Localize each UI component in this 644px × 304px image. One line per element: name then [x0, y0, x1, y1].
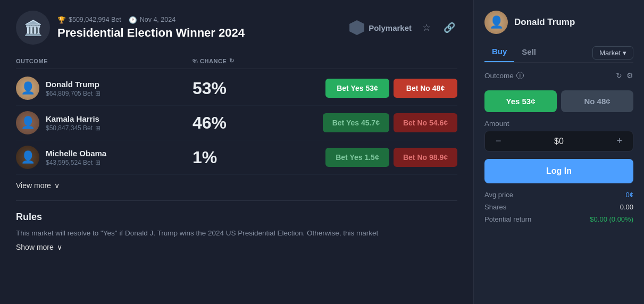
rules-title: Rules [16, 212, 457, 223]
rules-section: Rules This market will resolve to "Yes" … [16, 200, 457, 251]
market-title: Presidential Election Winner 2024 [57, 26, 245, 40]
obama-chance: 1% [193, 148, 281, 167]
amount-decrease-button[interactable]: − [491, 134, 506, 148]
trump-avatar: 👤 [16, 77, 39, 100]
no-choice-button[interactable]: No 48¢ [561, 90, 633, 112]
right-panel: 👤 Donald Trump Buy Sell Market ▾ Outcome… [474, 0, 644, 304]
harris-bet: $50,847,345 Bet ⊞ [46, 124, 101, 132]
trump-details: Donald Trump $64,809,705 Bet ⊞ [46, 80, 101, 97]
amount-label: Amount [484, 120, 633, 128]
harris-share-icon: ⊞ [95, 124, 101, 132]
trump-info: 👤 Donald Trump $64,809,705 Bet ⊞ [16, 77, 193, 100]
avg-price-row: Avg price 0¢ [484, 191, 633, 199]
tab-buy[interactable]: Buy [484, 44, 514, 62]
outcome-row-harris: 👤 Kamala Harris $50,847,345 Bet ⊞ 46% Be… [16, 106, 457, 140]
bookmark-button[interactable]: ☆ [420, 20, 433, 36]
header-right: Polymarket ☆ 🔗 [349, 20, 457, 36]
refresh-icon[interactable]: ↻ [229, 57, 235, 64]
buy-sell-tabs: Buy Sell Market ▾ [484, 44, 633, 63]
obama-info: 👤 Michelle Obama $43,595,524 Bet ⊞ [16, 146, 193, 169]
outcome-label-row: Outcome i ↻ ⚙ [484, 71, 633, 80]
trophy-meta: 🏆 $509,042,994 Bet [57, 16, 121, 24]
candidate-header: 👤 Donald Trump [484, 11, 633, 34]
candidate-name: Donald Trump [514, 17, 575, 28]
obama-avatar: 👤 [16, 146, 39, 169]
amount-input-row: − $0 + [484, 131, 633, 151]
chevron-down-market: ▾ [623, 49, 626, 57]
show-more-label: Show more [16, 243, 54, 251]
potential-return-row: Potential return $0.00 (0.00%) [484, 215, 633, 223]
obama-share-icon: ⊞ [95, 159, 101, 166]
view-more-label: View more [16, 181, 51, 190]
col-chance-header: % CHANCE ↻ [193, 57, 281, 64]
avg-price-value: 0¢ [626, 191, 633, 199]
left-panel: 🏛️ 🏆 $509,042,994 Bet 🕐 Nov 4, 2024 Pres… [0, 0, 474, 304]
trump-name: Donald Trump [46, 80, 101, 89]
trump-bet-no-button[interactable]: Bet No 48¢ [394, 79, 457, 98]
shares-value: 0.00 [620, 203, 633, 211]
outcome-row-obama: 👤 Michelle Obama $43,595,524 Bet ⊞ 1% Be… [16, 140, 457, 175]
amount-section: Amount − $0 + [484, 120, 633, 151]
header-date: Nov 4, 2024 [140, 16, 175, 23]
polymarket-label: Polymarket [369, 23, 412, 32]
header-info: 🏆 $509,042,994 Bet 🕐 Nov 4, 2024 Preside… [57, 16, 245, 40]
trophy-icon: 🏆 [57, 16, 66, 24]
potential-return-label: Potential return [484, 215, 531, 223]
outcome-toggle-row: Yes 53¢ No 48¢ [484, 90, 633, 112]
avg-price-label: Avg price [484, 191, 513, 199]
obama-details: Michelle Obama $43,595,524 Bet ⊞ [46, 149, 106, 166]
outcome-row-trump: 👤 Donald Trump $64,809,705 Bet ⊞ 53% Bet… [16, 71, 457, 106]
market-header: 🏛️ 🏆 $509,042,994 Bet 🕐 Nov 4, 2024 Pres… [16, 11, 457, 45]
rules-text: This market will resolve to "Yes" if Don… [16, 228, 457, 239]
outcome-settings-icon[interactable]: ⚙ [626, 71, 633, 80]
info-icon: i [516, 72, 524, 79]
bet-total: $509,042,994 Bet [69, 16, 121, 23]
harris-bet-no-button[interactable]: Bet No 54.6¢ [394, 113, 457, 132]
obama-name: Michelle Obama [46, 149, 106, 158]
chevron-down-icon-rules: ∨ [57, 243, 62, 251]
view-more-button[interactable]: View more ∨ [16, 181, 457, 190]
obama-bet: $43,595,524 Bet ⊞ [46, 159, 106, 166]
harris-buttons: Bet Yes 45.7¢ Bet No 54.6¢ [281, 113, 457, 132]
trump-bet: $64,809,705 Bet ⊞ [46, 90, 101, 97]
login-button[interactable]: Log In [484, 159, 633, 183]
market-logo: 🏛️ [16, 11, 50, 45]
show-more-button[interactable]: Show more ∨ [16, 243, 457, 251]
harris-chance: 46% [193, 113, 281, 133]
trump-bet-yes-button[interactable]: Bet Yes 53¢ [325, 79, 389, 98]
chevron-down-icon: ∨ [54, 181, 60, 190]
potential-return-value: $0.00 (0.00%) [590, 215, 633, 223]
header-meta: 🏆 $509,042,994 Bet 🕐 Nov 4, 2024 [57, 16, 245, 24]
outcome-refresh-icon[interactable]: ↻ [616, 71, 622, 80]
amount-value: $0 [506, 137, 613, 146]
harris-bet-yes-button[interactable]: Bet Yes 45.7¢ [323, 113, 389, 132]
tab-sell[interactable]: Sell [514, 44, 543, 62]
harris-info: 👤 Kamala Harris $50,847,345 Bet ⊞ [16, 111, 193, 134]
harris-details: Kamala Harris $50,847,345 Bet ⊞ [46, 114, 101, 132]
table-header: OUTCOME % CHANCE ↻ [16, 53, 457, 69]
trump-buttons: Bet Yes 53¢ Bet No 48¢ [281, 79, 457, 98]
share-button[interactable]: 🔗 [441, 20, 457, 36]
shares-label: Shares [484, 203, 506, 211]
shares-row: Shares 0.00 [484, 203, 633, 211]
polymarket-badge: Polymarket [349, 20, 412, 35]
trump-share-icon: ⊞ [95, 90, 101, 97]
obama-buttons: Bet Yes 1.5¢ Bet No 98.9¢ [281, 148, 457, 167]
clock-icon: 🕐 [129, 16, 137, 24]
header-left: 🏛️ 🏆 $509,042,994 Bet 🕐 Nov 4, 2024 Pres… [16, 11, 245, 45]
outcome-label: Outcome i [484, 72, 524, 80]
market-dropdown-button[interactable]: Market ▾ [592, 46, 633, 60]
trump-chance: 53% [193, 79, 281, 98]
date-meta: 🕐 Nov 4, 2024 [129, 16, 175, 24]
yes-choice-button[interactable]: Yes 53¢ [484, 90, 557, 112]
polymarket-icon [349, 20, 364, 35]
harris-name: Kamala Harris [46, 114, 101, 123]
obama-bet-no-button[interactable]: Bet No 98.9¢ [394, 148, 457, 167]
col-outcome-header: OUTCOME [16, 58, 193, 64]
stats-section: Avg price 0¢ Shares 0.00 Potential retur… [484, 191, 633, 223]
candidate-avatar: 👤 [484, 11, 508, 34]
obama-bet-yes-button[interactable]: Bet Yes 1.5¢ [325, 148, 389, 167]
amount-increase-button[interactable]: + [612, 134, 626, 148]
harris-avatar: 👤 [16, 111, 39, 134]
